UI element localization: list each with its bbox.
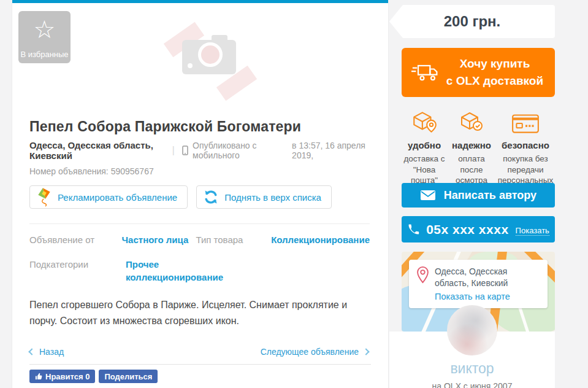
envelope-icon: [420, 190, 436, 201]
back-label: Назад: [39, 347, 64, 357]
no-photo-placeholder: [156, 20, 261, 94]
feature-title: надежно: [449, 140, 494, 150]
param-value-link[interactable]: Частного лица: [122, 234, 196, 246]
seller-since: на OLX с июня 2007: [389, 381, 555, 388]
thumbs-up-icon: [35, 373, 42, 380]
feature-title: безопасно: [496, 140, 555, 150]
feature-desc: доставка с "Нова пошта": [402, 153, 447, 186]
ad-card: ☆ В избранные Пепел Собора Парижской Бог…: [12, 0, 388, 388]
back-link[interactable]: Назад: [29, 347, 64, 357]
camera-icon: [182, 40, 236, 74]
phone-handset-icon: [407, 223, 419, 236]
phone-show-link[interactable]: Показать: [516, 226, 549, 236]
ad-description: Пепел сгоревшего Собора в Париже. Исцеля…: [29, 297, 370, 329]
promote-ad-button[interactable]: Рекламировать объявление: [29, 185, 188, 209]
bump-label: Поднять в верх списка: [224, 192, 321, 203]
promote-label: Рекламировать объявление: [58, 192, 177, 203]
mobile-phone-icon: [182, 146, 188, 155]
seller-name-link[interactable]: виктор: [389, 360, 555, 377]
map-location-text: Одесса, Одесская область, Киевский: [435, 266, 543, 289]
message-author-label: Написать автору: [444, 189, 536, 202]
param-row: Объявление от Частного лица Тип товара К…: [29, 234, 370, 246]
ad-number: Номер объявления: 590956767: [29, 166, 370, 176]
next-label: Следующее объявление: [261, 347, 359, 357]
message-author-button[interactable]: Написать автору: [402, 183, 555, 208]
package-pin-icon: [402, 104, 447, 135]
buy-line1: Хочу купить: [460, 57, 530, 70]
refresh-arrows-icon: [203, 189, 219, 205]
share-label: Поделиться: [104, 372, 152, 381]
star-icon: ☆: [18, 15, 71, 44]
seller-avatar[interactable]: [447, 305, 497, 355]
chevron-left-icon: [28, 348, 35, 355]
like-label: Нравится 0: [45, 372, 90, 381]
buy-line2: с OLX доставкой: [446, 74, 543, 87]
param-label: Объявление от: [29, 234, 122, 246]
page-title: Пепел Собора Парижской Богоматери: [29, 118, 370, 135]
chevron-right-icon: [362, 348, 369, 355]
buy-with-delivery-button[interactable]: Хочу купить с OLX доставкой: [402, 48, 555, 97]
kite-icon: [36, 187, 52, 207]
price-tag: 200 грн.: [389, 5, 555, 38]
bump-ad-button[interactable]: Поднять в верх списка: [196, 185, 332, 209]
show-on-map-link[interactable]: Показать на карте: [435, 292, 543, 301]
price-value: 200 грн.: [444, 13, 501, 30]
facebook-share-button[interactable]: Поделиться: [99, 370, 158, 383]
sidebar: 200 грн. Хочу купить с OLX доставкой: [389, 0, 555, 388]
param-row: Подкатегории Прочее коллекционирование: [29, 258, 370, 284]
published-source: Опубликовано с мобильного: [193, 141, 283, 160]
ad-params-table: Объявление от Частного лица Тип товара К…: [29, 223, 370, 284]
ad-meta: Одесса, Одесская область, Киевский | Опу…: [29, 140, 370, 161]
camera-dot: [188, 63, 193, 68]
param-label: Подкатегории: [29, 258, 126, 284]
delivery-truck-icon: [411, 63, 440, 82]
param-value-link[interactable]: Коллекционирование: [271, 234, 370, 246]
phone-button[interactable]: 05х ххх хххх Показать: [402, 216, 555, 243]
credit-card-icon: [496, 104, 555, 135]
feature-title: удобно: [402, 140, 447, 150]
facebook-like-button[interactable]: Нравится 0: [29, 370, 95, 383]
camera-lens: [198, 42, 223, 67]
divider: [29, 364, 371, 365]
favorites-label: В избранные: [20, 50, 68, 59]
published-time: в 13:57, 16 апреля 2019,: [292, 141, 370, 160]
param-label: Тип товара: [196, 234, 271, 246]
add-to-favorites-button[interactable]: ☆ В избранные: [18, 11, 71, 63]
map-location-card: Одесса, Одесская область, Киевский Показ…: [409, 260, 548, 308]
ad-location: Одесса, Одесская область, Киевский: [29, 140, 165, 161]
next-ad-link[interactable]: Следующее объявление: [261, 347, 368, 357]
package-check-icon: [449, 104, 494, 135]
phone-number: 05х ххх хххх: [426, 222, 508, 237]
meta-divider: |: [172, 144, 175, 157]
location-pin-icon: [416, 266, 429, 284]
photo-area: ☆ В избранные: [12, 3, 388, 114]
param-value-link[interactable]: Прочее коллекционирование: [126, 258, 218, 284]
